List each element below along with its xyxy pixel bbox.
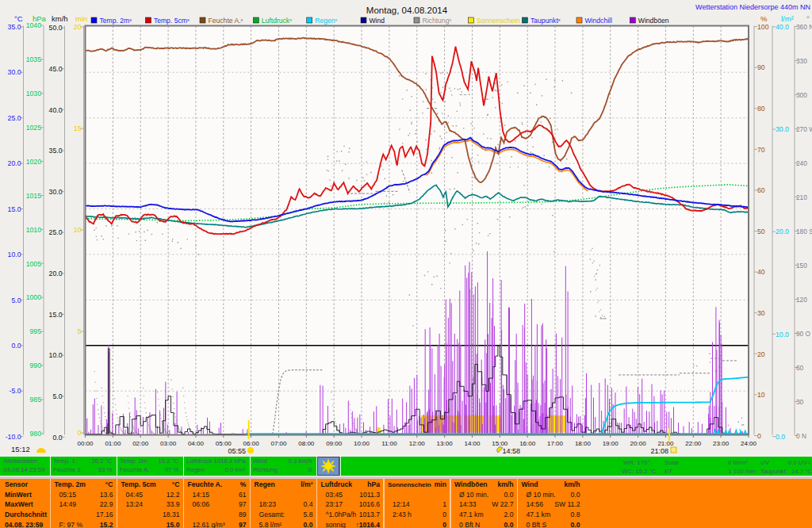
svg-text:14:58: 14:58 bbox=[502, 447, 520, 455]
svg-text:23:00: 23:00 bbox=[713, 440, 730, 447]
svg-text:20.0: 20.0 bbox=[49, 270, 63, 277]
svg-text:02:00: 02:00 bbox=[132, 440, 149, 447]
svg-text:14:00: 14:00 bbox=[464, 440, 481, 447]
svg-text:300: 300 bbox=[796, 91, 807, 99]
svg-text:150: 150 bbox=[796, 262, 807, 270]
svg-text:5: 5 bbox=[78, 327, 82, 335]
svg-text:120: 120 bbox=[796, 296, 807, 304]
svg-text:24:00: 24:00 bbox=[741, 440, 757, 447]
svg-text:15: 15 bbox=[74, 124, 82, 132]
svg-text:06:00: 06:00 bbox=[243, 440, 260, 447]
svg-text:Wind: Wind bbox=[370, 17, 385, 25]
svg-text:980: 980 bbox=[30, 430, 42, 438]
svg-text:20.0: 20.0 bbox=[776, 228, 789, 235]
svg-text:45.0: 45.0 bbox=[49, 65, 63, 73]
svg-text:Luftdruckˣ: Luftdruckˣ bbox=[262, 17, 292, 25]
svg-text:Taupunktˣ: Taupunktˣ bbox=[530, 17, 561, 25]
svg-text:16:00: 16:00 bbox=[519, 440, 536, 447]
svg-text:19:00: 19:00 bbox=[603, 440, 619, 447]
svg-text:15.0: 15.0 bbox=[49, 311, 63, 319]
svg-text:05:55: 05:55 bbox=[228, 447, 246, 455]
svg-text:40.0: 40.0 bbox=[49, 106, 63, 114]
svg-text:03:00: 03:00 bbox=[160, 440, 177, 447]
svg-text:180 S: 180 S bbox=[796, 228, 812, 235]
svg-text:10.0: 10.0 bbox=[49, 351, 63, 359]
svg-text:22:00: 22:00 bbox=[685, 440, 702, 447]
svg-text:21:00: 21:00 bbox=[657, 440, 674, 447]
svg-text:07:00: 07:00 bbox=[270, 440, 287, 447]
svg-text:01:00: 01:00 bbox=[105, 440, 121, 447]
svg-text:0.0: 0.0 bbox=[11, 342, 21, 350]
svg-text:0: 0 bbox=[78, 429, 82, 437]
svg-text:15.0: 15.0 bbox=[8, 205, 21, 213]
svg-text:Regenˣ: Regenˣ bbox=[315, 17, 337, 25]
svg-text:1020: 1020 bbox=[26, 158, 41, 166]
svg-text:25.0: 25.0 bbox=[8, 114, 21, 122]
svg-text:10: 10 bbox=[757, 391, 765, 399]
svg-text:25.0: 25.0 bbox=[49, 228, 63, 236]
svg-text:80: 80 bbox=[757, 105, 765, 113]
svg-text:20: 20 bbox=[757, 350, 765, 358]
svg-text:04:00: 04:00 bbox=[188, 440, 205, 447]
svg-text:60: 60 bbox=[757, 186, 765, 194]
svg-text:995: 995 bbox=[30, 327, 42, 335]
svg-text:05:00: 05:00 bbox=[216, 440, 232, 447]
svg-text:1005: 1005 bbox=[26, 260, 41, 268]
svg-text:210: 210 bbox=[796, 193, 807, 201]
svg-text:100: 100 bbox=[757, 23, 769, 31]
svg-text:0: 0 bbox=[757, 432, 761, 440]
svg-text:km/h: km/h bbox=[52, 14, 68, 23]
svg-text:40: 40 bbox=[757, 268, 765, 276]
svg-text:Feuchte A.ˣ: Feuchte A.ˣ bbox=[209, 17, 243, 25]
svg-text:20:00: 20:00 bbox=[630, 440, 647, 447]
svg-text:60: 60 bbox=[796, 364, 804, 372]
svg-text:11:00: 11:00 bbox=[381, 440, 397, 447]
svg-text:990: 990 bbox=[30, 362, 42, 369]
svg-text:330: 330 bbox=[796, 57, 807, 65]
svg-text:09:00: 09:00 bbox=[326, 440, 343, 447]
svg-text:hPa: hPa bbox=[33, 14, 47, 23]
svg-text:08:00: 08:00 bbox=[298, 440, 315, 447]
svg-text:20: 20 bbox=[74, 23, 82, 31]
svg-text:Temp. 2mˣ: Temp. 2mˣ bbox=[100, 17, 132, 25]
svg-text:min: min bbox=[75, 14, 87, 23]
svg-text:35.0: 35.0 bbox=[49, 147, 63, 155]
svg-text:10: 10 bbox=[74, 226, 82, 234]
svg-text:30.0: 30.0 bbox=[8, 68, 21, 76]
svg-text:40.0: 40.0 bbox=[776, 23, 789, 31]
svg-text:15:12: 15:12 bbox=[11, 445, 30, 453]
svg-text:0 N: 0 N bbox=[796, 432, 806, 440]
svg-text:°: ° bbox=[806, 14, 810, 23]
svg-text:50.0: 50.0 bbox=[49, 24, 63, 32]
svg-text:5.0: 5.0 bbox=[52, 392, 62, 400]
svg-text:Temp. 5cmˣ: Temp. 5cmˣ bbox=[154, 17, 190, 25]
svg-text:35.0: 35.0 bbox=[8, 23, 21, 31]
svg-text:0.0: 0.0 bbox=[52, 434, 62, 442]
svg-text:30: 30 bbox=[796, 398, 804, 406]
svg-text:Sonnenschein: Sonnenschein bbox=[477, 17, 520, 25]
svg-text:30.0: 30.0 bbox=[49, 188, 63, 196]
svg-text:%: % bbox=[760, 14, 768, 23]
svg-text:90 O: 90 O bbox=[796, 330, 811, 338]
svg-text:Richtungˣ: Richtungˣ bbox=[423, 17, 452, 25]
svg-text:30: 30 bbox=[757, 309, 765, 317]
svg-text:360 N: 360 N bbox=[796, 23, 812, 31]
svg-text:12:00: 12:00 bbox=[409, 440, 426, 447]
svg-text:5.0: 5.0 bbox=[11, 297, 21, 304]
svg-text:30.0: 30.0 bbox=[776, 125, 789, 133]
svg-text:70: 70 bbox=[757, 146, 765, 154]
svg-text:985: 985 bbox=[30, 396, 42, 404]
svg-text:-10.0: -10.0 bbox=[6, 433, 21, 441]
svg-text:10.0: 10.0 bbox=[8, 251, 21, 258]
svg-text:Wetterstation Niedersorpe 440m: Wetterstation Niedersorpe 440m NN bbox=[695, 3, 810, 11]
svg-text:1035: 1035 bbox=[26, 55, 41, 63]
svg-text:240: 240 bbox=[796, 159, 807, 167]
svg-text:0.0: 0.0 bbox=[776, 433, 785, 441]
svg-text:Windböen: Windböen bbox=[638, 17, 669, 25]
svg-text:13:00: 13:00 bbox=[437, 440, 454, 447]
svg-text:Montag, 04.08.2014: Montag, 04.08.2014 bbox=[366, 6, 448, 15]
svg-text:21:08: 21:08 bbox=[650, 447, 668, 455]
svg-text:00:00: 00:00 bbox=[77, 440, 94, 447]
svg-text:1030: 1030 bbox=[26, 90, 41, 98]
svg-text:270 W: 270 W bbox=[796, 125, 812, 133]
